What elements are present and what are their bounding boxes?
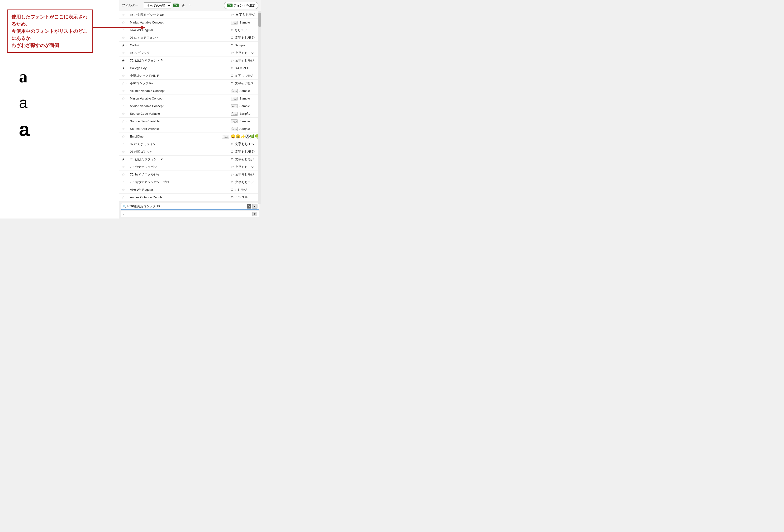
star-icon[interactable]: ☆: [121, 180, 125, 184]
font-row[interactable]: ☆›Source Serif VariableCVARSample: [119, 125, 261, 133]
star-icon[interactable]: ☆: [121, 28, 125, 32]
font-row[interactable]: ★70: はばたきフォント PTr文字もじモジ: [119, 57, 261, 64]
expand-arrow[interactable]: ›: [125, 44, 130, 47]
star-icon[interactable]: ☆: [121, 195, 125, 199]
font-row[interactable]: ☆›Minion Variable ConceptCVARSample: [119, 95, 261, 102]
star-icon[interactable]: ☆: [121, 104, 125, 108]
font-preview: OSample: [231, 44, 259, 47]
sample-dropdown-button[interactable]: ▼: [252, 212, 257, 216]
expand-arrow[interactable]: ›: [125, 128, 130, 131]
preview-text: 文字もじモジ: [235, 81, 253, 85]
font-preview: Tr文字もじモジ: [231, 13, 259, 17]
star-icon[interactable]: ★: [121, 158, 125, 161]
font-preview: Tr文字もじモジ: [231, 58, 259, 63]
star-icon[interactable]: ☆: [121, 188, 125, 192]
font-row[interactable]: ☆Aiko W4 RegularOもじモジ: [119, 186, 261, 194]
expand-arrow[interactable]: ›: [125, 97, 130, 100]
expand-arrow[interactable]: ›: [125, 105, 130, 108]
filter-select[interactable]: すべての分類: [144, 2, 171, 9]
star-icon[interactable]: ☆: [121, 142, 125, 146]
search-clear-button[interactable]: ✕: [247, 204, 251, 208]
search-input[interactable]: [127, 205, 246, 208]
preview-text: Sample: [240, 89, 250, 93]
preview-text: もじモジ: [235, 188, 247, 192]
font-row[interactable]: ★College BoyOSAMPLE: [119, 64, 261, 72]
search-icon: 🔍: [123, 205, 127, 208]
preview-text: Sample: [235, 44, 245, 47]
star-icon[interactable]: ☆: [121, 13, 125, 17]
font-row[interactable]: ☆›Myriad Variable ConceptCVARSample: [119, 102, 261, 110]
font-name: 07 にくまるフォント: [130, 142, 231, 146]
font-name: 07 にくまるフォント: [130, 36, 231, 40]
font-row[interactable]: ☆HGP 創英角ゴシック UBTr文字もじモジ: [119, 11, 261, 19]
font-row[interactable]: ☆小塚ゴシック Pr6N RO文字もじモジ: [119, 72, 261, 80]
star-icon[interactable]: ☆: [121, 97, 125, 101]
preview-text: 文字もじモジ: [235, 51, 254, 55]
expand-arrow[interactable]: ›: [125, 112, 130, 115]
font-row[interactable]: ☆›Source Code VariableCVARSample: [119, 110, 261, 117]
letter-a-1: a: [19, 67, 114, 87]
star-icon[interactable]: ☆: [121, 173, 125, 176]
font-row[interactable]: ☆›Acumin Variable ConceptCVARSample: [119, 87, 261, 95]
add-font-tk-icon: Tk: [227, 4, 232, 7]
font-row[interactable]: ☆07 にくまるフォントO文字もじモジ: [119, 34, 261, 41]
star-icon[interactable]: ☆: [121, 150, 125, 153]
scrollbar-track[interactable]: [258, 11, 261, 204]
expand-arrow[interactable]: ›: [125, 120, 130, 123]
star-filter-btn[interactable]: ★: [180, 2, 186, 8]
font-row[interactable]: ☆HGS ゴシック ETr文字もじモジ: [119, 49, 261, 57]
font-name: Aiko W4 Regular: [130, 188, 231, 191]
preview-type-badge: O: [231, 74, 233, 78]
font-row[interactable]: ☆70: 昭和ノスタルジイTr文字モじモジ: [119, 171, 261, 178]
preview-text: もじモジ: [235, 28, 247, 32]
font-row[interactable]: ★›CalibriOSample: [119, 41, 261, 49]
font-preview: O文字もじモジ: [231, 150, 259, 154]
add-font-label: フォントを追加: [234, 3, 255, 8]
expand-arrow[interactable]: ›: [125, 89, 130, 92]
right-panel: フィルター： すべての分類 Tk ★ ≈ Tk フォントを追加 ☆HGP 創英角…: [119, 0, 261, 219]
preview-type-badge: CVAR: [231, 119, 238, 123]
search-dropdown-button[interactable]: ▼: [252, 204, 257, 209]
font-name: Myriad Variable Concept: [130, 21, 231, 24]
font-row[interactable]: ★70: はばたきフォント PTr文字もじモジ: [119, 156, 261, 163]
star-icon[interactable]: ☆: [121, 119, 125, 123]
star-icon[interactable]: ☆: [121, 36, 125, 40]
wave-filter-btn[interactable]: ≈: [188, 3, 192, 8]
font-name: 07 鉄瓶ゴシック: [130, 150, 231, 154]
star-icon[interactable]: ☆: [121, 127, 125, 131]
star-icon[interactable]: ☆: [121, 165, 125, 169]
star-icon[interactable]: ☆: [121, 135, 125, 138]
font-row[interactable]: ☆›小塚ゴシック ProO文字もじモジ: [119, 80, 261, 87]
preview-type-badge: CVAR: [231, 112, 238, 116]
expand-arrow[interactable]: ›: [125, 21, 130, 24]
star-icon[interactable]: ☆: [121, 74, 125, 78]
font-row[interactable]: ☆07 にくまるフォントO文字もじモジ: [119, 140, 261, 148]
font-preview: Tr文字もじモジ: [231, 165, 259, 169]
star-icon[interactable]: ☆: [121, 81, 125, 85]
font-row[interactable]: ☆›Myriad Variable ConceptCVARSample: [119, 19, 261, 26]
font-row[interactable]: ☆07 鉄瓶ゴシックO文字もじモジ: [119, 148, 261, 156]
expand-arrow[interactable]: ›: [125, 82, 130, 85]
star-icon[interactable]: ☆: [121, 89, 125, 93]
preview-type-badge: O: [231, 188, 233, 191]
font-preview: CVARSample: [231, 112, 259, 116]
search-bar: 🔍 ✕ ▼ - ▼: [119, 201, 261, 219]
font-row[interactable]: ☆70: ウナオジャボンTr文字もじモジ: [119, 163, 261, 171]
star-icon[interactable]: ☆: [121, 51, 125, 55]
preview-type-badge: O: [231, 44, 233, 47]
font-preview: O文字もじモジ: [231, 81, 259, 85]
star-icon[interactable]: ★: [121, 66, 125, 70]
scrollbar-thumb[interactable]: [258, 12, 261, 27]
toolbar: フィルター： すべての分類 Tk ★ ≈ Tk フォントを追加: [119, 0, 261, 11]
preview-type-badge: O: [231, 28, 233, 32]
add-font-button[interactable]: Tk フォントを追加: [224, 2, 258, 9]
star-icon[interactable]: ☆: [121, 21, 125, 25]
star-icon[interactable]: ★: [121, 44, 125, 47]
font-preview: O文字もじモジ: [231, 142, 259, 146]
font-row[interactable]: ☆EmojiOneCSVG😀😢✨⚽🌿🍀: [119, 133, 261, 140]
font-row[interactable]: ☆›Source Sans VariableCVARSample: [119, 117, 261, 125]
star-icon[interactable]: ☆: [121, 112, 125, 116]
star-icon[interactable]: ★: [121, 59, 125, 62]
font-row[interactable]: ☆Angles Octagon RegularTr！"# $ %: [119, 194, 261, 201]
font-row[interactable]: ☆70: 新ウナオジャボン プロTr文字もじモジ: [119, 178, 261, 186]
